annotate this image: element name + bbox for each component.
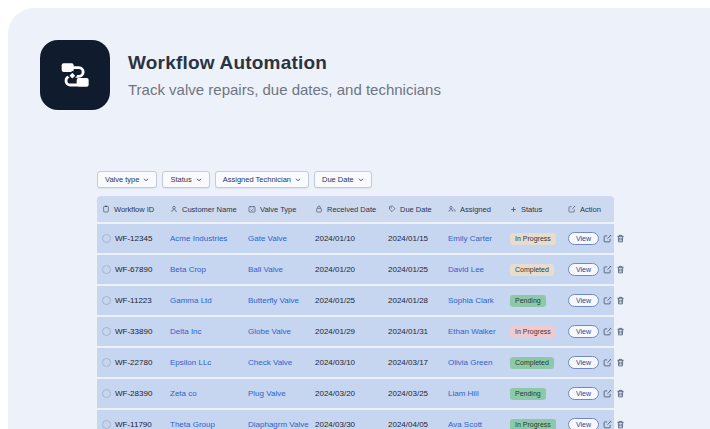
received-date: 2024/01/29 bbox=[315, 327, 355, 336]
workflow-id: WF-28390 bbox=[115, 389, 152, 398]
row-select-radio[interactable] bbox=[102, 389, 111, 398]
row-select-radio[interactable] bbox=[102, 234, 111, 243]
workflow-id: WF-22780 bbox=[115, 358, 152, 367]
customer-link[interactable]: Beta Crop bbox=[170, 265, 206, 274]
assigned-link[interactable]: Ethan Walker bbox=[448, 327, 496, 336]
valve-type-link[interactable]: Ball Valve bbox=[248, 265, 283, 274]
valve-type-link[interactable]: Plug Valve bbox=[248, 389, 286, 398]
view-button[interactable]: View bbox=[568, 387, 599, 400]
col-label: Workflow ID bbox=[114, 205, 154, 214]
edit-icon[interactable] bbox=[603, 296, 612, 305]
filter-label: Valve type bbox=[105, 175, 139, 184]
valve-type-link[interactable]: Check Valve bbox=[248, 358, 292, 367]
workflow-id: WF-11790 bbox=[115, 420, 152, 429]
edit-icon[interactable] bbox=[603, 358, 612, 367]
col-label: Due Date bbox=[400, 205, 432, 214]
trash-icon[interactable] bbox=[616, 234, 625, 243]
row-select-radio[interactable] bbox=[102, 358, 111, 367]
workflow-table: Workflow ID Customer Name Valve Type Rec… bbox=[97, 196, 614, 429]
filter-assigned-technician[interactable]: Assigned Technician bbox=[215, 171, 309, 188]
col-due-date[interactable]: Due Date bbox=[383, 205, 443, 214]
assigned-link[interactable]: Olivia Green bbox=[448, 358, 492, 367]
filter-label: Due Date bbox=[322, 175, 354, 184]
received-date: 2024/03/20 bbox=[315, 389, 355, 398]
edit-icon[interactable] bbox=[603, 265, 612, 274]
col-status[interactable]: Status bbox=[505, 205, 563, 214]
view-button[interactable]: View bbox=[568, 418, 599, 429]
col-customer-name[interactable]: Customer Name bbox=[165, 205, 243, 214]
status-badge: Completed bbox=[510, 264, 554, 276]
row-select-radio[interactable] bbox=[102, 327, 111, 336]
valve-type-link[interactable]: Gate Valve bbox=[248, 234, 287, 243]
valve-type-link[interactable]: Globe Valve bbox=[248, 327, 291, 336]
workflow-app-icon bbox=[40, 40, 110, 110]
filter-due-date[interactable]: Due Date bbox=[314, 171, 372, 188]
col-valve-type[interactable]: Valve Type bbox=[243, 205, 310, 214]
chevron-down-icon bbox=[358, 178, 364, 182]
trash-icon[interactable] bbox=[616, 358, 625, 367]
due-date: 2024/01/25 bbox=[388, 265, 428, 274]
customer-link[interactable]: Acme Industries bbox=[170, 234, 227, 243]
status-badge: In Progress bbox=[510, 233, 556, 245]
col-workflow-id[interactable]: Workflow ID bbox=[97, 205, 165, 214]
clipboard-icon bbox=[102, 205, 110, 213]
view-button[interactable]: View bbox=[568, 325, 599, 338]
trash-icon[interactable] bbox=[616, 389, 625, 398]
workflow-id: WF-67890 bbox=[115, 265, 152, 274]
customer-link[interactable]: Delta Inc bbox=[170, 327, 202, 336]
edit-icon[interactable] bbox=[603, 327, 612, 336]
status-badge: Pending bbox=[510, 295, 546, 307]
status-badge: Pending bbox=[510, 388, 546, 400]
row-select-radio[interactable] bbox=[102, 296, 111, 305]
col-label: Status bbox=[521, 205, 542, 214]
view-button[interactable]: View bbox=[568, 294, 599, 307]
status-badge: In Progress bbox=[510, 419, 556, 429]
chevron-down-icon bbox=[196, 178, 202, 182]
edit-icon[interactable] bbox=[603, 234, 612, 243]
chevron-down-icon bbox=[143, 178, 149, 182]
plus-icon bbox=[510, 206, 517, 213]
customer-link[interactable]: Zeta co bbox=[170, 389, 197, 398]
table-row: WF-12345 Acme Industries Gate Valve 2024… bbox=[97, 224, 614, 253]
valve-type-link[interactable]: Diaphagrm Valve bbox=[248, 420, 309, 429]
row-select-radio[interactable] bbox=[102, 265, 111, 274]
table-row: WF-28390 Zeta co Plug Valve 2024/03/20 2… bbox=[97, 379, 614, 408]
filter-bar: Valve type Status Assigned Technician Du… bbox=[97, 171, 372, 188]
filter-status[interactable]: Status bbox=[162, 171, 209, 188]
page-header: Workflow Automation Track valve repairs,… bbox=[40, 40, 441, 110]
assigned-link[interactable]: Sophia Clark bbox=[448, 296, 494, 305]
col-assigned[interactable]: Assigned bbox=[443, 205, 505, 214]
view-button[interactable]: View bbox=[568, 263, 599, 276]
table-header-row: Workflow ID Customer Name Valve Type Rec… bbox=[97, 196, 614, 222]
trash-icon[interactable] bbox=[616, 296, 625, 305]
col-action[interactable]: Action bbox=[563, 205, 614, 214]
table-row: WF-33890 Delta Inc Globe Valve 2024/01/2… bbox=[97, 317, 614, 346]
due-date: 2024/01/31 bbox=[388, 327, 428, 336]
page-subtitle: Track valve repairs, due dates, and tech… bbox=[128, 81, 441, 98]
customer-link[interactable]: Theta Group bbox=[170, 420, 215, 429]
trash-icon[interactable] bbox=[616, 420, 625, 429]
view-button[interactable]: View bbox=[568, 232, 599, 245]
col-received-date[interactable]: Received Date bbox=[310, 205, 383, 214]
customer-link[interactable]: Gamma Ltd bbox=[170, 296, 212, 305]
edit-icon[interactable] bbox=[603, 420, 612, 429]
col-label: Assigned bbox=[460, 205, 491, 214]
received-date: 2024/01/25 bbox=[315, 296, 355, 305]
customer-link[interactable]: Epsilon LLc bbox=[170, 358, 211, 367]
assigned-link[interactable]: Liam Hill bbox=[448, 389, 479, 398]
assigned-link[interactable]: Ava Scott bbox=[448, 420, 482, 429]
edit-icon[interactable] bbox=[603, 389, 612, 398]
users-icon bbox=[448, 205, 456, 213]
view-button[interactable]: View bbox=[568, 356, 599, 369]
row-select-radio[interactable] bbox=[102, 420, 111, 429]
filter-valve-type[interactable]: Valve type bbox=[97, 171, 157, 188]
status-badge: In Progress bbox=[510, 326, 556, 338]
due-date: 2024/03/25 bbox=[388, 389, 428, 398]
trash-icon[interactable] bbox=[616, 265, 625, 274]
assigned-link[interactable]: David Lee bbox=[448, 265, 484, 274]
workflow-glyph-icon bbox=[55, 55, 95, 95]
assigned-link[interactable]: Emily Carter bbox=[448, 234, 492, 243]
valve-type-link[interactable]: Butterfly Valve bbox=[248, 296, 299, 305]
trash-icon[interactable] bbox=[616, 327, 625, 336]
table-row: WF-11223 Gamma Ltd Butterfly Valve 2024/… bbox=[97, 286, 614, 315]
